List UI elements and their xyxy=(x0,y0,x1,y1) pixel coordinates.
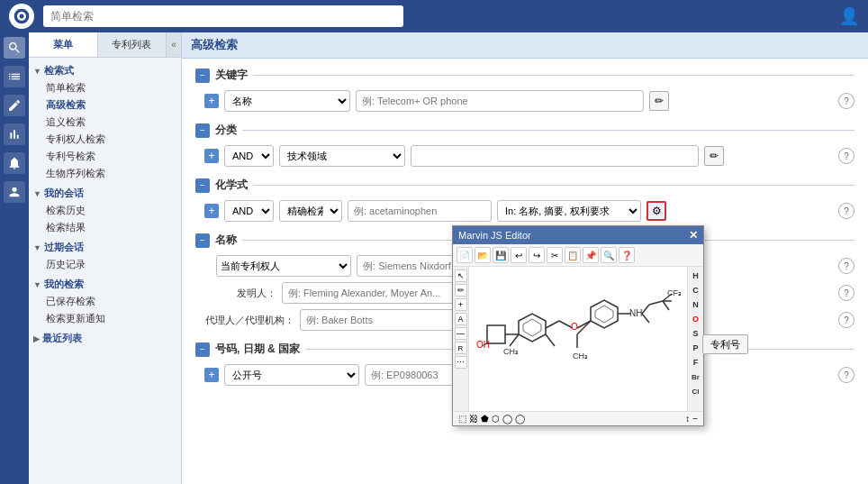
number-add-btn[interactable]: + xyxy=(204,368,219,382)
marvin-tool-plus[interactable]: + xyxy=(455,298,467,311)
marvin-tool-copy[interactable]: 📋 xyxy=(565,247,581,263)
nav-section-label-expired-sessions: 过期会话 xyxy=(44,241,84,254)
nav-section-title-recent[interactable]: ▶ 最近列表 xyxy=(33,330,176,347)
top-search-input[interactable] xyxy=(43,5,403,27)
marvin-tool-new[interactable]: 📄 xyxy=(457,247,473,263)
chemistry-operator-select[interactable]: AND xyxy=(224,200,274,222)
nav-item-bio-search[interactable]: 生物序列检索 xyxy=(33,165,176,182)
inventor-help-btn[interactable]: ? xyxy=(838,285,854,301)
page-title: 高级检索 xyxy=(191,37,859,53)
marvin-tool-help[interactable]: ❓ xyxy=(619,247,635,263)
marvin-tool-arrow[interactable]: ↖ xyxy=(455,269,467,282)
keyword-toggle[interactable]: − xyxy=(195,68,210,83)
marvin-btn-hexagon[interactable]: ⬡ xyxy=(492,414,500,424)
marvin-btn-chain[interactable]: ⛓ xyxy=(469,414,478,424)
classification-operator-select[interactable]: AND xyxy=(224,145,274,167)
svg-line-17 xyxy=(649,301,663,305)
marvin-tool-zoom-in[interactable]: 🔍 xyxy=(601,247,617,263)
name-toggle[interactable]: − xyxy=(195,233,210,248)
marvin-element-F[interactable]: F xyxy=(690,356,702,369)
marvin-tool-cut[interactable]: ✂ xyxy=(547,247,563,263)
keyword-edit-btn[interactable]: ✏ xyxy=(649,91,669,111)
classification-help-btn[interactable]: ? xyxy=(838,148,854,164)
marvin-tool-paste[interactable]: 📌 xyxy=(583,247,599,263)
marvin-element-S[interactable]: S xyxy=(690,327,702,340)
marvin-btn-circle2[interactable]: ◯ xyxy=(515,414,525,424)
nav-item-search-notifications[interactable]: 检索更新通知 xyxy=(33,310,176,327)
classification-field-select[interactable]: 技术领域 xyxy=(279,145,405,167)
nav-section-title-my-sessions[interactable]: ▼ 我的会话 xyxy=(33,185,176,202)
marvin-btn-circle1[interactable]: ◯ xyxy=(502,414,512,424)
classification-add-btn[interactable]: + xyxy=(204,149,219,163)
nav-item-saved-searches[interactable]: 已保存检索 xyxy=(33,293,176,310)
nav-collapse-btn[interactable]: « xyxy=(167,32,181,57)
sidebar-icon-bell[interactable] xyxy=(4,152,25,174)
number-type-select[interactable]: 公开号 xyxy=(224,364,359,386)
nav-section-title-search-types[interactable]: ▼ 检索式 xyxy=(33,62,176,79)
marvin-element-P[interactable]: P xyxy=(690,342,702,354)
nav-item-patent-number-search[interactable]: 专利号检索 xyxy=(33,148,176,165)
marvin-tool-extra[interactable]: ⋯ xyxy=(455,356,467,369)
marvin-element-C[interactable]: C xyxy=(690,284,702,297)
sidebar-icon-edit[interactable] xyxy=(4,95,25,116)
classification-toggle[interactable]: − xyxy=(195,123,210,138)
chemistry-value-input[interactable] xyxy=(348,200,492,222)
sidebar-icon-chart[interactable] xyxy=(4,123,25,145)
arrow-icon-5: ▶ xyxy=(33,334,40,343)
nav-section-label-my-searches: 我的检索 xyxy=(44,278,84,291)
marvin-tool-open[interactable]: 📂 xyxy=(475,247,491,263)
keyword-field-select[interactable]: 名称 xyxy=(224,90,350,112)
chemistry-in-select[interactable]: In: 名称, 摘要, 权利要求 xyxy=(497,200,641,222)
classification-value-input[interactable] xyxy=(411,145,699,167)
sidebar-icon-search[interactable] xyxy=(4,37,25,59)
arrow-icon-3: ▼ xyxy=(33,243,41,252)
marvin-btn-pentagon[interactable]: ⬟ xyxy=(481,414,489,424)
chemistry-add-btn[interactable]: + xyxy=(204,204,219,218)
keyword-help-btn[interactable]: ? xyxy=(838,93,854,109)
agent-help-btn[interactable]: ? xyxy=(838,312,854,328)
number-help-btn[interactable]: ? xyxy=(838,367,854,383)
marvin-canvas[interactable]: O xyxy=(469,267,687,411)
marvin-btn-select[interactable]: ⬚ xyxy=(458,414,466,424)
marvin-tool-redo[interactable]: ↪ xyxy=(529,247,545,263)
patent-button[interactable]: 专利号 xyxy=(702,334,748,354)
patent-holder-help-btn[interactable]: ? xyxy=(838,258,854,274)
marvin-element-Cl[interactable]: Cl xyxy=(690,385,702,397)
nav-section-title-expired-sessions[interactable]: ▼ 过期会话 xyxy=(33,239,176,256)
chemistry-help-btn[interactable]: ? xyxy=(838,203,854,219)
marvin-tool-draw[interactable]: ✏ xyxy=(455,284,467,297)
nav-section-title-my-searches[interactable]: ▼ 我的检索 xyxy=(33,276,176,293)
nav-item-history-record[interactable]: 历史记录 xyxy=(33,256,176,273)
marvin-tool-undo[interactable]: ↩ xyxy=(511,247,527,263)
patent-holder-select[interactable]: 当前专利权人 xyxy=(216,255,351,277)
chemistry-toggle[interactable]: − xyxy=(195,178,210,193)
classification-edit-btn[interactable]: ✏ xyxy=(704,146,724,166)
marvin-element-Br[interactable]: Br xyxy=(690,370,702,383)
marvin-tool-r-group[interactable]: R xyxy=(455,342,467,354)
keyword-add-btn[interactable]: + xyxy=(204,94,219,108)
nav-item-search-results[interactable]: 检索结果 xyxy=(33,219,176,236)
chemistry-type-select[interactable]: 精确检索 xyxy=(279,200,342,222)
nav-item-search-history[interactable]: 检索历史 xyxy=(33,202,176,219)
nav-item-semantic-search[interactable]: 追义检索 xyxy=(33,114,176,131)
marvin-tool-text[interactable]: A xyxy=(455,313,467,325)
user-menu-icon[interactable]: 👤 xyxy=(839,6,859,26)
marvin-tool-bond[interactable]: — xyxy=(455,327,467,340)
keyword-value-input[interactable] xyxy=(356,90,644,112)
nav-item-advanced-search[interactable]: 高级检索 xyxy=(33,96,176,114)
marvin-tool-save[interactable]: 💾 xyxy=(493,247,509,263)
marvin-element-N[interactable]: N xyxy=(690,298,702,311)
sidebar-icon-list[interactable] xyxy=(4,66,25,87)
svg-text:O: O xyxy=(571,322,578,332)
chemistry-edit-btn[interactable]: ⚙ xyxy=(646,201,666,221)
nav-tab-menu[interactable]: 菜单 xyxy=(29,32,98,57)
marvin-element-H[interactable]: H xyxy=(690,269,702,282)
nav-item-simple-search[interactable]: 简单检索 xyxy=(33,79,176,96)
marvin-close-btn[interactable]: ✕ xyxy=(689,229,698,242)
nav-tab-patents[interactable]: 专利列表 xyxy=(98,32,167,57)
marvin-fit[interactable]: − xyxy=(692,414,698,424)
nav-item-assignee-search[interactable]: 专利权人检索 xyxy=(33,131,176,148)
number-toggle[interactable]: − xyxy=(195,342,210,357)
sidebar-icon-person[interactable] xyxy=(4,181,25,203)
marvin-element-O[interactable]: O xyxy=(690,313,702,325)
